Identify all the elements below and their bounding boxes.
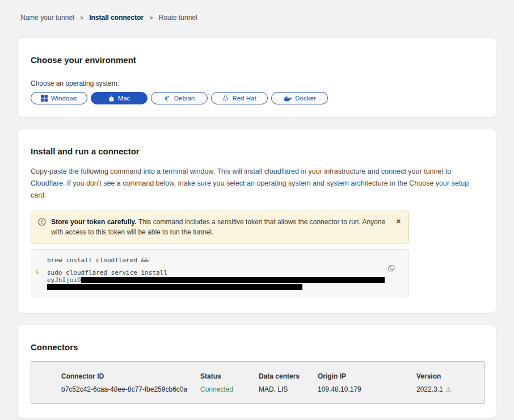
os-select-label: Choose an operating system:	[31, 79, 483, 87]
install-connector-title: Install and run a connector	[31, 146, 483, 156]
os-button-debian[interactable]: Debian	[151, 92, 208, 104]
install-connector-card: Install and run a connector Copy-paste t…	[18, 129, 496, 313]
os-button-mac[interactable]: Mac	[91, 92, 148, 104]
token-warning-banner: Store your token carefully. This command…	[31, 211, 409, 243]
column-header-data-centers: Data centers	[259, 372, 318, 380]
redacted-token-bar-2	[47, 284, 302, 290]
breadcrumb-separator: >	[80, 14, 83, 21]
os-button-docker[interactable]: Docker	[271, 92, 328, 104]
os-button-label: Debian	[174, 95, 195, 102]
info-circle-icon	[38, 217, 46, 237]
breadcrumb-separator: >	[149, 14, 153, 21]
connector-data-centers-value: MAD, LIS	[259, 385, 318, 393]
redacted-token-bar-1	[81, 277, 385, 283]
connector-version-value: 2022.3.1⚠	[416, 385, 478, 393]
os-button-label: Mac	[118, 95, 130, 102]
os-button-label: Windows	[51, 95, 78, 102]
breadcrumb: Name your tunnel > Install connector > R…	[0, 0, 514, 22]
choose-environment-card: Choose your environment Choose an operat…	[18, 37, 496, 117]
version-warning-triangle-icon: ⚠	[445, 385, 452, 393]
command-line-1: brew install cloudflared &&	[47, 257, 393, 264]
token-line: eyJhIjoiO	[47, 277, 393, 283]
breadcrumb-step-install-connector[interactable]: Install connector	[89, 14, 144, 22]
os-button-label: Red Hat	[232, 95, 256, 102]
os-button-redhat[interactable]: Red Hat	[211, 92, 268, 104]
column-header-origin-ip: Origin IP	[318, 372, 416, 380]
token-prefix: eyJhIjoiO	[47, 277, 81, 283]
windows-logo-icon	[41, 95, 48, 102]
token-warning-text: Store your token carefully. This command…	[51, 217, 389, 237]
debian-swirl-icon	[164, 95, 171, 102]
redhat-linux-icon	[222, 95, 229, 102]
install-description: Copy-paste the following command into a …	[31, 166, 482, 201]
apple-logo-icon	[108, 95, 115, 102]
connectors-card: Connectors Connector ID Status Data cent…	[18, 325, 496, 418]
tunnel-setup-page: Name your tunnel > Install connector > R…	[0, 0, 514, 420]
copy-command-icon[interactable]	[388, 265, 395, 272]
token-warning-title: Store your token carefully.	[51, 218, 137, 226]
connector-id-value: b7c52c42-6caa-48ee-8c77-fbe259cb6c0a	[61, 385, 200, 393]
breadcrumb-step-name-your-tunnel[interactable]: Name your tunnel	[20, 14, 74, 22]
os-button-group: Windows Mac Debian Red Hat	[31, 92, 483, 104]
column-header-status: Status	[200, 372, 259, 380]
os-button-windows[interactable]: Windows	[31, 92, 87, 104]
token-line-2	[47, 284, 393, 290]
breadcrumb-step-route-tunnel[interactable]: Route tunnel	[159, 14, 197, 22]
install-command-codeblock: $ brew install cloudflared && sudo cloud…	[31, 249, 409, 297]
connector-status-value: Connected	[200, 385, 259, 393]
connector-origin-ip-value: 109.48.10.179	[318, 385, 416, 393]
shell-prompt: $	[35, 269, 39, 275]
banner-close-icon[interactable]: ✕	[396, 219, 401, 225]
connectors-title: Connectors	[31, 342, 483, 352]
command-line-2: sudo cloudflared service install	[47, 270, 393, 276]
column-header-version: Version	[416, 372, 478, 380]
column-header-connector-id: Connector ID	[61, 372, 200, 380]
docker-whale-icon	[283, 95, 292, 102]
choose-environment-title: Choose your environment	[31, 55, 483, 65]
version-number: 2022.3.1	[416, 385, 443, 393]
os-button-label: Docker	[295, 95, 315, 102]
connectors-table: Connector ID Status Data centers Origin …	[31, 361, 484, 404]
